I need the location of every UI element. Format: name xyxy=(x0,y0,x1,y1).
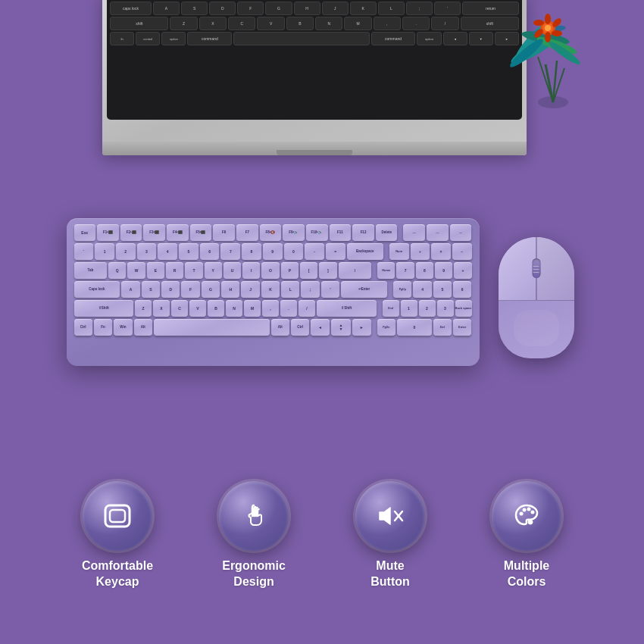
key-num4: 4 xyxy=(413,281,431,298)
key-u: U xyxy=(224,262,241,279)
laptop-base xyxy=(102,142,527,155)
feature-mute-label: Mute Button xyxy=(370,558,410,590)
svg-point-17 xyxy=(552,30,562,36)
lsk-c: C xyxy=(228,17,255,30)
key-f4: F4•⬛ xyxy=(167,224,189,241)
lsk-m: M xyxy=(344,17,371,30)
key-8: 8 xyxy=(242,243,261,260)
feature-keycap-circle xyxy=(83,481,152,551)
key-fn: Fn xyxy=(94,319,112,336)
lsk-b: B xyxy=(286,17,314,30)
key-caps: Caps lock xyxy=(74,281,120,298)
key-f1: F1•⬛ xyxy=(97,224,119,241)
key-w: W xyxy=(127,262,145,279)
key-delete: Delete xyxy=(376,224,398,241)
key-minus: - xyxy=(305,243,324,260)
key-c: C xyxy=(171,300,188,317)
key-num2: 2 xyxy=(419,300,436,317)
keyboard: Esc F1•⬛ F2•⬛ F3•⬛ F4•⬛ F5•⬛ F6 F7 F8•🔇 … xyxy=(67,218,480,366)
lsk-n: N xyxy=(315,17,342,30)
key-0: 0 xyxy=(284,243,304,260)
lsk-a: A xyxy=(153,2,180,15)
lsk-s: S xyxy=(181,2,208,15)
lsk-arr-l: ◄ xyxy=(443,32,467,45)
lsk-shift-l: shift xyxy=(110,17,168,30)
key-comma: , xyxy=(262,300,279,317)
lsk-h: H xyxy=(294,2,320,15)
lsk-space xyxy=(233,32,369,45)
key-end: End xyxy=(383,300,399,317)
key-y: Y xyxy=(205,262,222,279)
lsk-g: G xyxy=(265,2,292,15)
keyboard-mouse-area: Esc F1•⬛ F2•⬛ F3•⬛ F4•⬛ F5•⬛ F6 F7 F8•🔇 … xyxy=(0,189,644,394)
svg-point-18 xyxy=(545,32,551,42)
feature-keycap-line2: Keycap xyxy=(96,575,139,588)
key-backtick: ` xyxy=(74,243,94,260)
key-num-lock: Num xyxy=(389,243,409,260)
key-num-enter: Back space xyxy=(455,300,472,317)
key-win: Win xyxy=(114,319,132,336)
lsk-fn: fn xyxy=(110,32,134,45)
key-m: M xyxy=(244,300,261,317)
feature-ergonomic-line1: Ergonomic xyxy=(222,559,286,572)
feature-mute-line2: Button xyxy=(370,575,410,588)
key-semi: ; xyxy=(301,281,319,298)
lsk-z: Z xyxy=(170,17,197,30)
key-num-mul: × xyxy=(431,243,451,260)
feature-keycap: Comfortable Keycap xyxy=(63,481,173,590)
key-b: B xyxy=(208,300,224,317)
key-f9: F9•🔉 xyxy=(283,224,305,241)
feature-ergonomic-label: Ergonomic Design xyxy=(222,558,286,590)
key-o: O xyxy=(261,262,279,279)
key-f11: F11 xyxy=(330,224,352,241)
key-scroll-lock: — xyxy=(427,224,449,241)
kb-row-zxcv: ⇧Shift Z X C V B N M , . / ⇧Shift End 1 … xyxy=(74,300,472,317)
key-z: Z xyxy=(135,300,152,317)
hand-icon xyxy=(237,499,270,533)
key-period: . xyxy=(280,300,297,317)
laptop-area: caps lock A S D F G H J K L ; ' return s… xyxy=(57,0,587,189)
lsk-dot: . xyxy=(402,17,430,30)
key-3: 3 xyxy=(137,243,157,260)
mouse-bottom xyxy=(514,310,559,346)
key-num9: 9 xyxy=(435,262,452,279)
lsk-caps: caps lock xyxy=(110,2,152,15)
key-l: L xyxy=(281,281,299,298)
feature-ergonomic-circle xyxy=(219,481,289,551)
feature-ergonomic: Ergonomic Design xyxy=(199,481,309,590)
key-a: A xyxy=(121,281,139,298)
key-q: Q xyxy=(108,262,126,279)
kb-row-qwerty: Tab Q W E R T Y U I O P [ ] \ Home 7 8 9… xyxy=(74,262,472,279)
lsk-ctrl: control xyxy=(136,32,160,45)
key-num-enter2: Enter xyxy=(453,319,471,336)
key-f10: F10•🔊 xyxy=(306,224,328,241)
svg-line-4 xyxy=(538,57,553,102)
key-arr-u-d: ▲ ▼ xyxy=(331,319,351,336)
key-t: T xyxy=(185,262,202,279)
key-lbracket: [ xyxy=(300,262,317,279)
lsk-j: J xyxy=(322,2,349,15)
lsk-option: option xyxy=(161,32,186,45)
lsk-d: D xyxy=(209,2,236,15)
key-g: G xyxy=(202,281,220,298)
svg-point-27 xyxy=(527,508,531,511)
key-j: J xyxy=(241,281,259,298)
kb-row-bottom: Ctrl Fn Win Alt Alt Ctrl ◄ ▲ ▼ ► PgDn 0 … xyxy=(74,319,472,336)
laptop-screen-content: caps lock A S D F G H J K L ; ' return s… xyxy=(107,0,522,120)
key-e: E xyxy=(147,262,164,279)
feature-colors: Multiple Colors xyxy=(472,481,582,590)
feature-ergonomic-line2: Design xyxy=(233,575,274,588)
lsk-quote: ' xyxy=(434,2,461,15)
key-f2: F2•⬛ xyxy=(120,224,142,241)
key-f3: F3•⬛ xyxy=(143,224,165,241)
key-r: R xyxy=(166,262,183,279)
feature-colors-label: Multiple Colors xyxy=(504,558,549,590)
key-num6: 6 xyxy=(453,281,471,298)
feature-keycap-line1: Comfortable xyxy=(82,559,153,572)
mouse-right-button xyxy=(536,237,574,302)
kb-row-numbers: ` 1 2 3 4 5 6 7 8 9 0 - = Backspace Num … xyxy=(74,243,472,260)
key-space xyxy=(154,319,269,336)
kb-row-fn: Esc F1•⬛ F2•⬛ F3•⬛ F4•⬛ F5•⬛ F6 F7 F8•🔇 … xyxy=(74,224,472,241)
features-area: Comfortable Keycap Ergonomic Design xyxy=(0,477,644,633)
feature-mute: Mute Button xyxy=(336,481,445,590)
